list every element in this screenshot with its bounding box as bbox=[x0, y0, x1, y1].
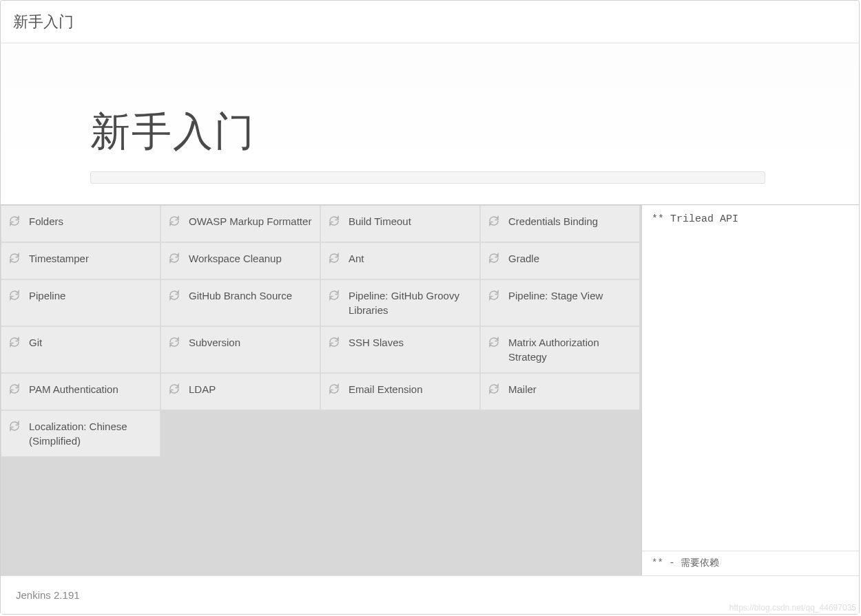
plugin-label: Credentials Binding bbox=[508, 214, 632, 229]
refresh-icon bbox=[488, 252, 500, 264]
plugin-card: OWASP Markup Formatter bbox=[160, 205, 320, 242]
plugin-card: Matrix Authorization Strategy bbox=[480, 326, 640, 373]
plugin-card: Pipeline: GitHub Groovy Libraries bbox=[320, 279, 480, 326]
plugin-label: Workspace Cleanup bbox=[189, 251, 313, 266]
plugin-label: Pipeline bbox=[29, 288, 153, 303]
refresh-icon bbox=[488, 336, 500, 348]
refresh-icon bbox=[168, 336, 180, 348]
plugin-label: Matrix Authorization Strategy bbox=[508, 335, 632, 364]
plugin-card: Pipeline: Stage View bbox=[480, 279, 640, 326]
refresh-icon bbox=[8, 420, 21, 432]
refresh-icon bbox=[168, 215, 180, 227]
dependency-note: ** - 需要依赖 bbox=[642, 551, 859, 575]
plugin-card: LDAP bbox=[160, 373, 320, 410]
refresh-icon bbox=[168, 289, 180, 301]
refresh-icon bbox=[488, 383, 500, 395]
plugin-label: Localization: Chinese (Simplified) bbox=[29, 419, 153, 448]
plugin-card: Pipeline bbox=[1, 279, 160, 326]
plugin-card: Email Extension bbox=[320, 373, 480, 410]
version-label: Jenkins 2.191 bbox=[16, 589, 80, 601]
plugin-card: Mailer bbox=[480, 373, 640, 410]
plugin-label: OWASP Markup Formatter bbox=[189, 214, 313, 229]
plugin-card: Ant bbox=[320, 242, 480, 279]
refresh-icon bbox=[488, 215, 500, 227]
plugin-label: Build Timeout bbox=[349, 214, 473, 229]
plugin-label: Pipeline: GitHub Groovy Libraries bbox=[349, 288, 473, 317]
dependency-note-text: ** - 需要依赖 bbox=[652, 557, 719, 569]
plugin-card: PAM Authentication bbox=[1, 373, 160, 410]
plugin-label: Git bbox=[29, 335, 153, 350]
plugin-label: Subversion bbox=[189, 335, 313, 350]
plugin-card: Localization: Chinese (Simplified) bbox=[1, 410, 160, 457]
refresh-icon bbox=[8, 215, 21, 227]
plugin-label: Ant bbox=[349, 251, 473, 266]
plugin-label: Folders bbox=[29, 214, 153, 229]
refresh-icon bbox=[168, 252, 180, 264]
plugin-card: Credentials Binding bbox=[480, 205, 640, 242]
titlebar: 新手入门 bbox=[1, 1, 859, 43]
setup-wizard-window: 新手入门 新手入门 FoldersOWASP Markup FormatterB… bbox=[0, 0, 860, 615]
plugin-card: Folders bbox=[1, 205, 160, 242]
body-row: FoldersOWASP Markup FormatterBuild Timeo… bbox=[1, 204, 859, 575]
plugin-label: Gradle bbox=[508, 251, 632, 266]
plugin-card: Git bbox=[1, 326, 160, 373]
install-progress-bar bbox=[90, 171, 765, 184]
plugin-card: SSH Slaves bbox=[320, 326, 480, 373]
refresh-icon bbox=[328, 336, 340, 348]
plugin-label: GitHub Branch Source bbox=[189, 288, 313, 303]
refresh-icon bbox=[8, 336, 21, 348]
footer: Jenkins 2.191 bbox=[1, 575, 859, 614]
plugin-card: Workspace Cleanup bbox=[160, 242, 320, 279]
window-title: 新手入门 bbox=[13, 12, 74, 32]
install-log: ** Trilead API bbox=[642, 205, 859, 551]
refresh-icon bbox=[8, 252, 21, 264]
plugin-grid: FoldersOWASP Markup FormatterBuild Timeo… bbox=[1, 205, 641, 575]
hero-section: 新手入门 bbox=[1, 43, 859, 204]
refresh-icon bbox=[168, 383, 180, 395]
side-panel: ** Trilead API ** - 需要依赖 bbox=[641, 205, 859, 575]
plugin-label: Pipeline: Stage View bbox=[508, 288, 632, 303]
log-line: ** Trilead API bbox=[652, 213, 738, 225]
refresh-icon bbox=[328, 252, 340, 264]
plugin-card: Subversion bbox=[160, 326, 320, 373]
refresh-icon bbox=[328, 289, 340, 301]
plugin-card: Gradle bbox=[480, 242, 640, 279]
plugin-label: SSH Slaves bbox=[349, 335, 473, 350]
refresh-icon bbox=[328, 215, 340, 227]
plugin-label: LDAP bbox=[189, 382, 313, 396]
page-title: 新手入门 bbox=[90, 105, 769, 159]
plugin-label: Mailer bbox=[508, 382, 632, 396]
plugin-card: Timestamper bbox=[1, 242, 160, 279]
refresh-icon bbox=[488, 289, 500, 301]
plugin-label: Email Extension bbox=[349, 382, 473, 396]
plugin-label: PAM Authentication bbox=[29, 382, 153, 396]
plugin-label: Timestamper bbox=[29, 251, 153, 266]
refresh-icon bbox=[328, 383, 340, 395]
plugin-card: GitHub Branch Source bbox=[160, 279, 320, 326]
refresh-icon bbox=[8, 289, 21, 301]
plugin-card: Build Timeout bbox=[320, 205, 480, 242]
refresh-icon bbox=[8, 383, 21, 395]
